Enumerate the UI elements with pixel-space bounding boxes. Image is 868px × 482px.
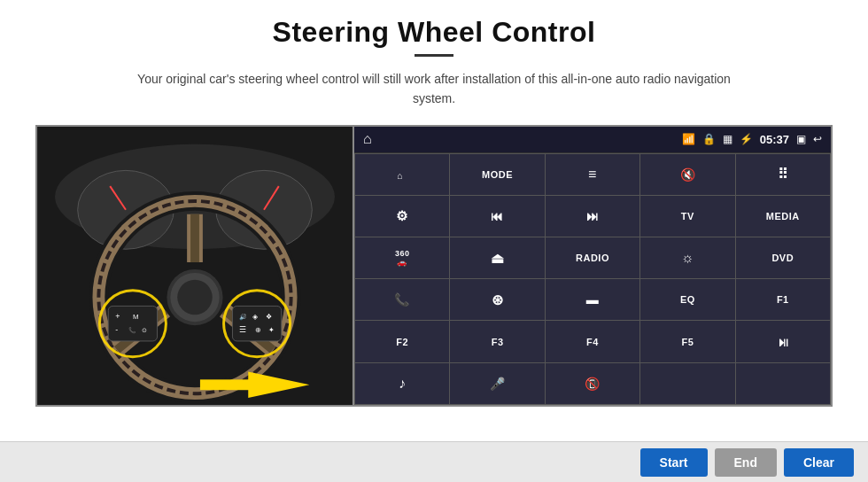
eject-button[interactable]: ⏏ (450, 237, 544, 278)
title-divider (415, 54, 453, 57)
tv-button[interactable]: TV (640, 196, 734, 237)
svg-text:M: M (133, 313, 139, 321)
bottom-action-bar: Start End Clear (0, 441, 868, 482)
eject-icon: ⏏ (491, 250, 505, 267)
f2-label: F2 (396, 337, 408, 347)
svg-rect-26 (232, 306, 281, 340)
f3-label: F3 (492, 337, 504, 347)
home-icon: ⌂ (363, 131, 372, 147)
eq-button[interactable]: EQ (640, 279, 734, 320)
time-display: 05:37 (760, 133, 789, 146)
lock-icon: 🔒 (702, 133, 716, 145)
svg-rect-34 (200, 379, 251, 390)
camera360-icon: 360🚗 (395, 249, 410, 267)
f2-button[interactable]: F2 (355, 321, 449, 362)
mic-button[interactable]: 🎤 (450, 363, 544, 404)
f4-button[interactable]: F4 (546, 321, 639, 362)
empty-btn-1 (640, 363, 734, 404)
phone-button[interactable]: 📞 (355, 279, 449, 320)
next-icon: ⏭ (586, 209, 600, 223)
steering-wheel-image: + - M 📞 ⊙ 🔊 ◈ ❖ ☰ ⊕ ✦ (35, 125, 353, 407)
radio-panel: ⌂ 📶 🔒 ▦ ⚡ 05:37 ▣ ↩ ⌂ M (353, 125, 833, 407)
svg-text:⊙: ⊙ (142, 327, 147, 333)
svg-point-17 (177, 280, 212, 315)
music-button[interactable]: ♪ (355, 363, 449, 404)
tv-label: TV (681, 211, 694, 222)
settings-button[interactable]: ⚙ (355, 196, 449, 237)
mic-icon: 🎤 (490, 377, 506, 391)
list-icon: ≡ (588, 167, 597, 183)
apps-icon: ⠿ (778, 166, 789, 183)
f5-button[interactable]: F5 (640, 321, 734, 362)
svg-text:🔊: 🔊 (239, 313, 247, 321)
brightness-icon: ☼ (681, 250, 694, 266)
music-icon: ♪ (399, 376, 407, 392)
wifi-icon: 📶 (682, 133, 695, 145)
svg-text:⊕: ⊕ (255, 326, 261, 334)
svg-text:✦: ✦ (268, 326, 275, 334)
settings-icon: ⚙ (396, 208, 408, 224)
radio-topbar: ⌂ 📶 🔒 ▦ ⚡ 05:37 ▣ ↩ (354, 127, 831, 153)
page-container: Steering Wheel Control Your original car… (0, 0, 868, 482)
sim-icon: ▦ (723, 133, 732, 145)
clear-button[interactable]: Clear (784, 448, 854, 477)
topbar-left: ⌂ (363, 131, 372, 147)
page-title: Steering Wheel Control (273, 16, 596, 49)
svg-text:⌂: ⌂ (397, 169, 403, 180)
playpause-icon: ⏯ (777, 335, 790, 349)
prev-button[interactable]: ⏮ (450, 196, 544, 237)
end-button[interactable]: End (715, 448, 777, 477)
mute-button[interactable]: 🔇 (640, 154, 734, 195)
bluetooth-icon: ⚡ (740, 133, 753, 145)
empty-btn-2 (736, 363, 830, 404)
list-button[interactable]: ≡ (546, 154, 639, 195)
page-subtitle: Your original car's steering wheel contr… (133, 69, 735, 109)
back-icon: ↩ (813, 133, 822, 145)
media-button[interactable]: MEDIA (736, 196, 830, 237)
f5-label: F5 (681, 337, 694, 347)
topbar-right: 📶 🔒 ▦ ⚡ 05:37 ▣ ↩ (682, 133, 822, 146)
mode-button[interactable]: MODE (450, 154, 544, 195)
hangup-button[interactable]: 📵 (546, 363, 639, 404)
mute-icon: 🔇 (680, 167, 696, 182)
nav-compass-button[interactable]: ⊛ (450, 279, 544, 320)
dvd-label: DVD (771, 253, 794, 263)
button-grid: ⌂ MODE ≡ 🔇 ⠿ ⚙ ⏮ (354, 153, 831, 405)
hangup-icon: 📵 (585, 377, 601, 391)
content-row: + - M 📞 ⊙ 🔊 ◈ ❖ ☰ ⊕ ✦ (35, 125, 833, 407)
phone-icon: 📞 (394, 292, 410, 307)
camera360-button[interactable]: 360🚗 (355, 237, 449, 278)
f3-button[interactable]: F3 (450, 321, 544, 362)
svg-text:☰: ☰ (239, 325, 246, 334)
next-button[interactable]: ⏭ (546, 196, 639, 237)
start-button[interactable]: Start (640, 448, 708, 477)
svg-text:📞: 📞 (128, 326, 136, 334)
window-button[interactable]: ▬ (546, 279, 639, 320)
svg-text:-: - (115, 325, 118, 334)
svg-text:❖: ❖ (266, 313, 272, 321)
f4-label: F4 (586, 337, 599, 347)
dvd-button[interactable]: DVD (736, 237, 830, 278)
playpause-button[interactable]: ⏯ (736, 321, 830, 362)
prev-icon: ⏮ (491, 209, 504, 223)
radio-button[interactable]: RADIO (546, 237, 639, 278)
eq-label: EQ (680, 294, 695, 305)
f1-label: F1 (777, 294, 789, 305)
cast-icon: ▣ (796, 133, 806, 145)
radio-label: RADIO (576, 253, 609, 263)
apps-button[interactable]: ⠿ (736, 154, 830, 195)
svg-text:◈: ◈ (252, 313, 259, 321)
window-icon: ▬ (586, 292, 600, 307)
svg-text:+: + (115, 312, 120, 321)
mode-label: MODE (482, 169, 513, 180)
nav-button[interactable]: ⌂ (355, 154, 449, 195)
brightness-button[interactable]: ☼ (640, 237, 734, 278)
media-label: MEDIA (766, 211, 800, 222)
f1-button[interactable]: F1 (736, 279, 830, 320)
compass-icon: ⊛ (492, 292, 504, 308)
